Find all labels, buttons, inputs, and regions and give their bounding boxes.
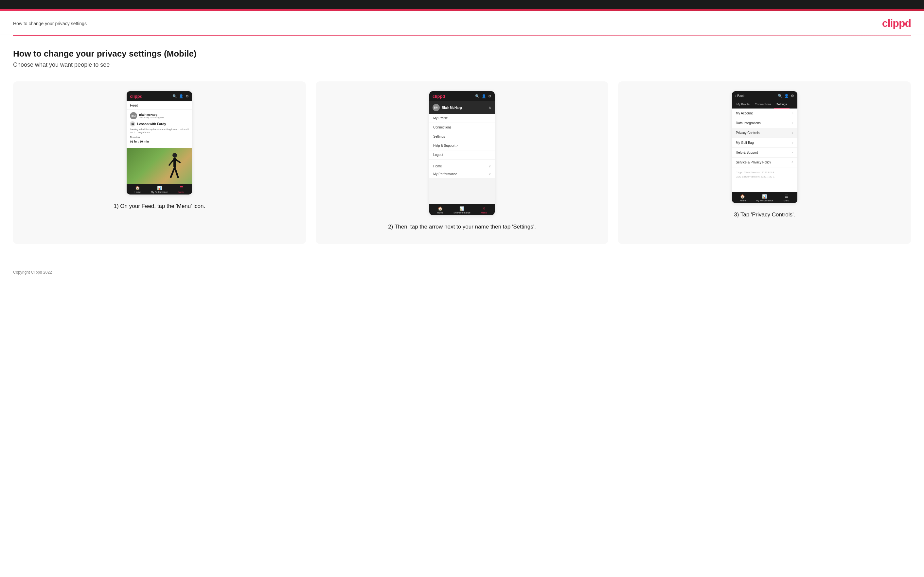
feed-label: Feed [127, 102, 192, 110]
phone3-tabs: My Profile Connections Settings [732, 101, 797, 108]
svg-point-0 [173, 153, 177, 158]
tab-settings[interactable]: Settings [774, 101, 790, 108]
step-3-phone: ‹ Back 🔍 👤 ⚙ My Profile Connections Sett… [732, 91, 797, 203]
step-1-phone: clippd 🔍 👤 ⚙ Feed BM Blair McHarg [127, 91, 192, 195]
data-integrations-label: Data Integrations [736, 121, 761, 125]
privacy-controls-label: Privacy Controls [736, 131, 760, 135]
menu-divider [429, 161, 495, 161]
tab-connections[interactable]: Connections [752, 101, 774, 108]
back-button[interactable]: ‹ Back [735, 94, 745, 98]
setting-privacy-controls[interactable]: Privacy Controls › [732, 128, 797, 138]
search-icon: 🔍 [173, 94, 177, 98]
phone2-menu: My Profile Connections Settings Help & S… [429, 114, 495, 178]
phone3-icons: 🔍 👤 ⚙ [778, 94, 794, 98]
setting-data-integrations[interactable]: Data Integrations › [732, 118, 797, 128]
nav-home[interactable]: 🏠 Home [429, 206, 451, 214]
search-icon: 🔍 [475, 94, 480, 98]
nav-performance[interactable]: 📊 My Performance [754, 194, 775, 202]
chevron-right-icon: › [792, 111, 793, 115]
performance-icon: 📊 [459, 206, 464, 211]
profile-icon: 👤 [179, 94, 184, 98]
page-title: How to change your privacy settings (Mob… [13, 49, 911, 59]
menu-label: Menu [481, 211, 487, 214]
page-subtitle: Choose what you want people to see [13, 61, 911, 68]
setting-golf-bag[interactable]: My Golf Bag › [732, 138, 797, 148]
duration-value: 01 hr : 30 min [130, 140, 189, 143]
home-label: Home [437, 211, 443, 214]
menu-item-help[interactable]: Help & Support [429, 141, 495, 150]
nav-menu[interactable]: ☰ Menu [775, 194, 797, 202]
phone2-bottom-nav: 🏠 Home 📊 My Performance ✕ Menu [429, 204, 495, 215]
step-1-card: clippd 🔍 👤 ⚙ Feed BM Blair McHarg [13, 81, 306, 244]
footer: Copyright Clippd 2022 [0, 263, 924, 281]
phone1-logo: clippd [130, 94, 142, 99]
nav-home[interactable]: 🏠 Home [127, 186, 149, 193]
close-icon: ✕ [482, 206, 486, 211]
menu-label: Menu [783, 200, 790, 202]
phone3-header: ‹ Back 🔍 👤 ⚙ [732, 91, 797, 101]
duration-label: Duration [130, 136, 189, 139]
nav-home[interactable]: 🏠 Home [732, 194, 754, 202]
user-info: Blair McHarg Yesterday · Sunningdale [139, 113, 164, 119]
chevron-right-icon: ∨ [488, 164, 491, 168]
nav-performance[interactable]: 📊 My Performance [451, 206, 473, 214]
nav-menu[interactable]: ☰ Menu [170, 186, 192, 193]
home-label: Home [134, 191, 141, 193]
lesson-desc: Looking to feel like my hands are exitin… [130, 128, 189, 134]
menu-item-logout[interactable]: Logout [429, 150, 495, 160]
setting-service-privacy[interactable]: Service & Privacy Policy [732, 158, 797, 168]
nav-row-performance[interactable]: My Performance ∨ [429, 170, 495, 178]
menu-item-settings[interactable]: Settings [429, 132, 495, 141]
chevron-right-icon-2: ∨ [488, 172, 491, 176]
settings-icon: ⚙ [488, 94, 491, 98]
search-icon: 🔍 [778, 94, 782, 98]
copyright-text: Copyright Clippd 2022 [13, 270, 52, 275]
menu-item-connections[interactable]: Connections [429, 123, 495, 132]
home-icon: 🏠 [135, 186, 140, 190]
nav-close[interactable]: ✕ Menu [473, 206, 495, 214]
step-2-phone: clippd 🔍 👤 ⚙ BM Blair McHarg ∧ [429, 91, 495, 215]
lesson-row: 🎬 Lesson with Fordy [130, 121, 189, 127]
phone2-user-row[interactable]: BM Blair McHarg ∧ [429, 102, 495, 114]
avatar: BM [433, 104, 440, 111]
chevron-right-icon-2: › [792, 121, 793, 125]
phone2-logo: clippd [433, 94, 445, 99]
phone2-username: Blair McHarg [442, 106, 462, 110]
chevron-right-icon-3: › [792, 131, 793, 135]
top-bar [0, 0, 924, 9]
step-3-card: ‹ Back 🔍 👤 ⚙ My Profile Connections Sett… [618, 81, 911, 244]
avatar: BM [130, 112, 137, 119]
svg-line-5 [175, 159, 180, 163]
performance-label: My Performance [151, 191, 168, 193]
phone2-header: clippd 🔍 👤 ⚙ [429, 91, 495, 102]
setting-my-account[interactable]: My Account › [732, 108, 797, 118]
menu-spacer [429, 178, 495, 204]
nav-home-label: Home [433, 164, 442, 168]
performance-label: My Performance [756, 200, 773, 202]
performance-icon: 📊 [762, 194, 767, 199]
service-privacy-label: Service & Privacy Policy [736, 161, 771, 164]
phone1-bottom-nav: 🏠 Home 📊 My Performance ☰ Menu [127, 184, 192, 195]
phone2-user-left: BM Blair McHarg [433, 104, 462, 111]
main-content: How to change your privacy settings (Mob… [0, 35, 924, 263]
server-version: GQL Server Version: 2022.7.30-1 [736, 175, 793, 179]
post-content: BM Blair McHarg Yesterday · Sunningdale … [127, 110, 192, 148]
home-icon: 🏠 [740, 194, 745, 199]
menu-item-my-profile[interactable]: My Profile [429, 114, 495, 123]
phone1-icons: 🔍 👤 ⚙ [173, 94, 189, 98]
performance-label: My Performance [454, 211, 470, 214]
tab-my-profile[interactable]: My Profile [734, 101, 752, 108]
spacer [732, 182, 797, 192]
golf-bag-label: My Golf Bag [736, 141, 754, 145]
step-2-card: clippd 🔍 👤 ⚙ BM Blair McHarg ∧ [316, 81, 609, 244]
phone1-header: clippd 🔍 👤 ⚙ [127, 91, 192, 102]
nav-performance[interactable]: 📊 My Performance [149, 186, 170, 193]
chevron-up-icon: ∧ [488, 105, 491, 110]
home-label: Home [740, 200, 746, 202]
settings-icon: ⚙ [791, 94, 794, 98]
menu-icon: ☰ [785, 194, 788, 199]
client-version: Clippd Client Version: 2022.8.3-3 [736, 171, 793, 175]
setting-help-support[interactable]: Help & Support [732, 148, 797, 158]
menu-icon: ☰ [179, 186, 183, 190]
nav-row-home[interactable]: Home ∨ [429, 163, 495, 170]
